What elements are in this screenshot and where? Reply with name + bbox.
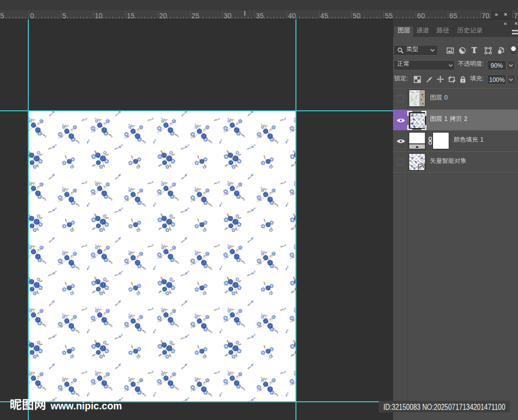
svg-text:2: 2: [464, 115, 467, 122]
svg-text:5: 5: [62, 12, 66, 19]
svg-text:0: 0: [30, 12, 34, 19]
svg-text::: :: [482, 60, 484, 67]
svg-text:45: 45: [320, 12, 328, 19]
svg-text:1: 1: [480, 136, 484, 143]
svg-text:65: 65: [449, 12, 457, 19]
svg-text:35: 35: [256, 12, 264, 19]
svg-text:30: 30: [224, 12, 232, 19]
svg-text:50: 50: [353, 12, 361, 19]
svg-text:0: 0: [444, 94, 448, 101]
svg-text:70: 70: [482, 12, 490, 19]
svg-text:25: 25: [191, 12, 199, 19]
svg-text:60: 60: [417, 12, 425, 19]
svg-text:55: 55: [385, 12, 393, 19]
svg-text:-5: -5: [0, 12, 4, 19]
svg-text:20: 20: [159, 12, 167, 19]
svg-text:1: 1: [444, 115, 448, 122]
svg-text::: :: [406, 75, 408, 82]
svg-text:15: 15: [127, 12, 135, 19]
svg-text::: :: [482, 75, 484, 82]
svg-text:10: 10: [95, 12, 103, 19]
svg-text:40: 40: [288, 12, 296, 19]
svg-text:75: 75: [514, 12, 518, 19]
